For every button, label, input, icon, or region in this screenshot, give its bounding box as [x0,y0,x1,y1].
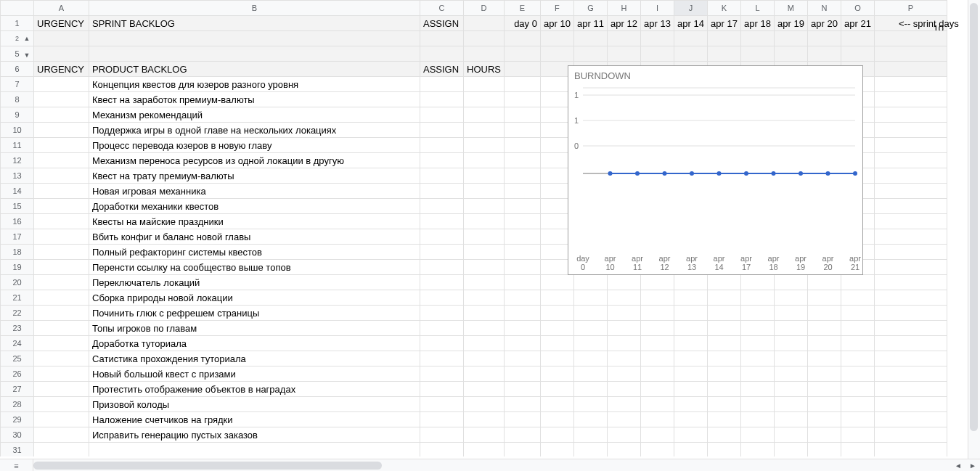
backlog-item[interactable]: Протестить отображение объектов в наград… [89,382,420,397]
vertical-scrollbar-thumb[interactable] [970,3,978,431]
backlog-item[interactable]: Доработка туториала [89,336,420,351]
backlog-item[interactable]: Исправить генерацию пустых заказов [89,427,420,443]
svg-text:apr: apr [632,254,643,263]
column-header-P[interactable]: P [874,1,947,16]
row-header-29[interactable]: 29 [1,412,34,427]
column-header-E[interactable]: E [504,1,540,16]
svg-text:day: day [576,254,589,263]
column-header-corner[interactable] [1,1,34,16]
row-header-23[interactable]: 23 [1,321,34,336]
chart-title: BURNDOWN [568,66,862,84]
column-header-F[interactable]: F [540,1,573,16]
backlog-item[interactable]: Процесс перевода юзеров в новую главу [89,138,420,153]
backlog-item[interactable]: Вбить конфиг и баланс новой главы [89,229,420,245]
backlog-item[interactable]: Новый большой квест с призами [89,366,420,382]
row-header-10[interactable]: 10 [1,123,34,138]
row-header-1[interactable]: 1 [1,16,34,31]
spreadsheet: ABCDEFGHIJKLMNOP1URGENCYSPRINT BACKLOGAS… [0,0,980,471]
column-header-G[interactable]: G [573,1,607,16]
row-header-13[interactable]: 13 [1,168,34,184]
row-header-26[interactable]: 26 [1,366,34,382]
svg-text:1: 1 [574,91,579,99]
horizontal-scrollbar[interactable]: ≡ [0,459,951,471]
backlog-item[interactable]: Новая игровая механника [89,184,420,199]
column-header-M[interactable]: M [774,1,807,16]
column-header-A[interactable]: A [34,1,89,16]
vertical-scrollbar[interactable] [968,0,980,459]
column-header-B[interactable]: B [89,1,420,16]
svg-text:10: 10 [605,263,614,271]
backlog-item[interactable]: Механизм переноса ресурсов из одной лока… [89,153,420,168]
backlog-item[interactable]: Перенсти ссылку на сообщество выше топов [89,260,420,275]
backlog-item[interactable]: Сборка природы новой локации [89,290,420,306]
backlog-item[interactable]: Доработки механики квестов [89,199,420,214]
row-header-30[interactable]: 30 [1,427,34,443]
column-header-L[interactable]: L [740,1,774,16]
backlog-item[interactable]: Переключатель локаций [89,275,420,290]
svg-text:apr: apr [740,254,752,263]
backlog-item[interactable]: Квест на трату премиум-валюты [89,168,420,184]
backlog-item[interactable]: Поддержка игры в одной главе на нескольк… [89,123,420,138]
row-header-25[interactable]: 25 [1,351,34,366]
backlog-item[interactable]: Механизм рекомендаций [89,107,420,123]
row-header-20[interactable]: 20 [1,275,34,290]
column-header-O[interactable]: O [841,1,874,16]
column-header-I[interactable]: I [640,1,674,16]
column-header-K[interactable]: K [707,1,740,16]
group-collapse-up-icon[interactable]: ▲ [22,35,32,42]
svg-text:apr: apr [714,254,725,263]
column-header-H[interactable]: H [607,1,640,16]
row-header-28[interactable]: 28 [1,397,34,412]
backlog-item[interactable]: Топы игроков по главам [89,321,420,336]
svg-text:14: 14 [714,263,723,271]
backlog-item[interactable]: Починить глюк с рефрешем страницы [89,306,420,321]
column-header-J[interactable]: J [674,1,707,16]
row-header-31[interactable]: 31 [1,443,34,457]
column-header-D[interactable]: D [464,1,505,16]
sheet-prev-icon[interactable]: ◄ [951,459,965,471]
svg-text:20: 20 [823,263,832,271]
row-header-12[interactable]: 12 [1,153,34,168]
row-header-7[interactable]: 7 [1,77,34,92]
svg-text:0: 0 [581,263,585,271]
sheet-next-icon[interactable]: ► [965,459,980,471]
row-header-24[interactable]: 24 [1,336,34,351]
svg-text:apr: apr [605,254,616,263]
row-header-9[interactable]: 9 [1,107,34,123]
backlog-item[interactable]: Наложение счетчиков на грядки [89,412,420,427]
svg-text:0: 0 [574,142,579,150]
svg-text:apr: apr [795,254,807,263]
svg-text:1: 1 [574,116,579,125]
row-header-21[interactable]: 21 [1,290,34,306]
backlog-item[interactable]: Квест на заработок премиум-валюты [89,92,420,107]
sprint-days-label: <-- sprint days [899,18,959,29]
backlog-item[interactable]: Полный рефакторинг системы квестов [89,245,420,260]
row-header-27[interactable]: 27 [1,382,34,397]
row-header-14[interactable]: 14 [1,184,34,199]
svg-text:18: 18 [769,263,777,271]
backlog-item[interactable]: Сатистика прохождения туториала [89,351,420,366]
column-header-N[interactable]: N [807,1,841,16]
svg-text:13: 13 [687,263,696,271]
burndown-chart[interactable]: BURNDOWN 110day0apr10apr11apr12apr13apr1… [568,65,863,275]
backlog-item[interactable]: Призовой колоды [89,397,420,412]
backlog-item[interactable]: Концепция квестов для юзеров разного уро… [89,77,420,92]
row-header-15[interactable]: 15 [1,199,34,214]
row-header-17[interactable]: 17 [1,229,34,245]
chart-svg: 110day0apr10apr11apr12apr13apr14apr17apr… [568,84,862,274]
row-header-19[interactable]: 19 [1,260,34,275]
backlog-item[interactable]: Квесты на майские праздники [89,214,420,229]
sheet-expand-button[interactable]: ≡ [0,459,33,471]
horizontal-scrollbar-thumb[interactable] [33,462,382,470]
row-header-6[interactable]: 6 [1,62,34,77]
svg-text:11: 11 [633,263,642,271]
group-expand-down-icon[interactable]: ▼ [22,52,32,59]
row-header-22[interactable]: 22 [1,306,34,321]
column-header-C[interactable]: C [420,1,464,16]
svg-text:12: 12 [660,263,669,271]
row-header-8[interactable]: 8 [1,92,34,107]
row-header-16[interactable]: 16 [1,214,34,229]
svg-text:19: 19 [796,263,805,271]
row-header-11[interactable]: 11 [1,138,34,153]
row-header-18[interactable]: 18 [1,245,34,260]
